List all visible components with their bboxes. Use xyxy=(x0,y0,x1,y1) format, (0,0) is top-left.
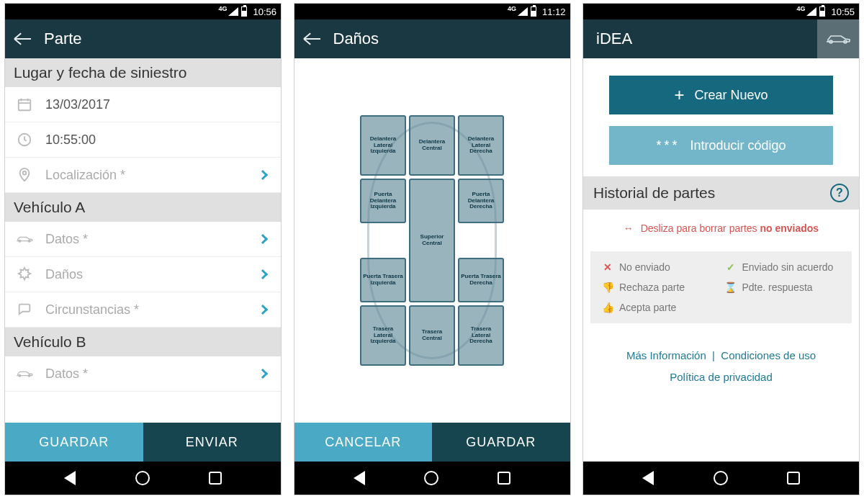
location-label: Localización * xyxy=(45,168,248,183)
damage-content: Delantera Lateral Izquierda Delantera Ce… xyxy=(294,58,570,423)
create-new-button[interactable]: + Crear Nuevo xyxy=(609,76,833,114)
date-value: 13/03/2017 xyxy=(45,97,271,112)
nav-back-icon[interactable] xyxy=(642,471,654,485)
row-date[interactable]: 13/03/2017 xyxy=(5,87,281,122)
zone-door-front-left[interactable]: Puerta Delantera Izquierda xyxy=(360,179,406,223)
chevron-right-icon xyxy=(258,305,268,315)
zone-front-right[interactable]: Delantera Lateral Derecha xyxy=(458,115,504,176)
save-button[interactable]: GUARDAR xyxy=(432,423,570,462)
chevron-right-icon xyxy=(258,170,268,180)
row-veha-datos[interactable]: Datos * xyxy=(5,222,281,257)
zone-rear-center[interactable]: Trasera Central xyxy=(409,305,455,366)
legend-acepta: 👍Acepta parte xyxy=(602,302,718,313)
car-icon xyxy=(825,33,851,45)
nav-back-icon[interactable] xyxy=(354,471,365,485)
link-conditions[interactable]: Condiciones de uso xyxy=(721,349,816,361)
phone-screen-parte: 4G 10:56 Parte Lugar y fecha de siniestr… xyxy=(4,3,282,495)
zone-top-center[interactable]: Superior Central xyxy=(409,179,455,302)
car-icon xyxy=(15,234,34,244)
footer-buttons: CANCELAR GUARDAR xyxy=(294,423,570,462)
check-icon: ✓ xyxy=(725,261,737,273)
zone-door-front-right[interactable]: Puerta Delantera Derecha xyxy=(458,179,504,223)
link-privacy[interactable]: Política de privacidad xyxy=(670,371,773,383)
footer-buttons: GUARDAR ENVIAR xyxy=(5,423,281,462)
save-button[interactable]: GUARDAR xyxy=(5,423,143,462)
clock-icon xyxy=(15,132,34,148)
thumbs-down-icon: 👎 xyxy=(602,282,613,293)
create-new-label: Crear Nuevo xyxy=(694,88,768,103)
back-arrow-icon[interactable] xyxy=(15,38,31,40)
swipe-hint-bold: no enviados xyxy=(760,222,819,234)
thumbs-up-icon: 👍 xyxy=(602,302,613,313)
signal-icon xyxy=(518,7,528,16)
cancel-button[interactable]: CANCELAR xyxy=(294,423,433,462)
network-4g-icon: 4G xyxy=(796,5,805,12)
nav-home-icon[interactable] xyxy=(135,471,150,485)
signal-icon xyxy=(806,7,816,16)
signal-icon xyxy=(228,7,238,16)
link-more-info[interactable]: Más Información xyxy=(626,349,706,361)
row-veha-circ[interactable]: Circunstancias * xyxy=(5,292,281,328)
nav-home-icon[interactable] xyxy=(424,471,438,485)
app-header: Parte xyxy=(5,19,281,58)
home-header: iDEA xyxy=(583,19,859,58)
help-icon[interactable]: ? xyxy=(830,184,849,202)
section-veha-title: Vehículo A xyxy=(5,193,281,222)
car-icon xyxy=(15,369,34,379)
hourglass-icon: ⌛ xyxy=(725,282,737,293)
status-bar: 4G 11:12 xyxy=(294,4,570,19)
nav-recent-icon[interactable] xyxy=(209,472,222,485)
damage-zone-grid: Delantera Lateral Izquierda Delantera Ce… xyxy=(360,115,504,366)
phone-screen-home: 4G 10:55 iDEA + Crear Nuevo *** Introduc… xyxy=(582,3,860,495)
status-time: 11:12 xyxy=(542,6,566,17)
enter-code-label: Introducir código xyxy=(690,138,786,153)
battery-icon xyxy=(531,6,536,17)
nav-back-icon[interactable] xyxy=(64,471,76,485)
plus-icon: + xyxy=(674,85,684,105)
row-veha-danos[interactable]: Daños xyxy=(5,257,281,292)
section-vehb-title: Vehículo B xyxy=(5,328,281,356)
app-title: iDEA xyxy=(596,30,632,48)
row-time[interactable]: 10:55:00 xyxy=(5,122,281,158)
zone-rear-right[interactable]: Trasera Lateral Derecha xyxy=(458,305,504,366)
android-nav-bar xyxy=(294,462,570,495)
android-nav-bar xyxy=(5,462,281,495)
zone-front-left[interactable]: Delantera Lateral Izquierda xyxy=(360,115,406,176)
zone-front-center[interactable]: Delantera Central xyxy=(409,115,455,176)
history-header: Historial de partes ? xyxy=(583,176,859,210)
legend-rechaza: 👎Rechaza parte xyxy=(602,282,718,293)
damage-icon xyxy=(15,266,34,282)
zone-door-rear-right[interactable]: Puerta Trasera Derecha xyxy=(458,258,504,302)
svg-rect-0 xyxy=(19,100,31,111)
calendar-icon xyxy=(15,96,34,112)
zone-door-rear-left[interactable]: Puerta Trasera Izquierda xyxy=(360,258,406,302)
car-damage-selector: Delantera Lateral Izquierda Delantera Ce… xyxy=(294,58,570,423)
zone-rear-left[interactable]: Trasera Lateral Izquierda xyxy=(360,305,406,366)
asterisks-icon: *** xyxy=(656,138,680,153)
nav-recent-icon[interactable] xyxy=(498,472,510,485)
swipe-arrows-icon: ↔ xyxy=(624,222,634,234)
send-button[interactable]: ENVIAR xyxy=(143,423,282,462)
vehb-datos-label: Datos * xyxy=(45,366,248,382)
primary-actions: + Crear Nuevo *** Introducir código xyxy=(583,58,859,174)
vehicle-button[interactable] xyxy=(817,19,859,58)
status-time: 10:56 xyxy=(253,6,276,17)
row-vehb-datos[interactable]: Datos * xyxy=(5,356,281,392)
nav-home-icon[interactable] xyxy=(714,471,728,485)
network-4g-icon: 4G xyxy=(218,5,227,12)
row-location[interactable]: Localización * xyxy=(5,158,281,193)
chevron-right-icon xyxy=(258,369,268,379)
status-bar: 4G 10:55 xyxy=(583,4,859,19)
back-arrow-icon[interactable] xyxy=(305,38,320,40)
enter-code-button[interactable]: *** Introducir código xyxy=(609,126,833,165)
history-title: Historial de partes xyxy=(593,184,715,202)
nav-recent-icon[interactable] xyxy=(787,472,800,485)
header-title: Daños xyxy=(333,30,379,48)
swipe-hint-text: Desliza para borrar partes xyxy=(641,222,760,234)
legend-enviado: ✓Enviado sin acuerdo xyxy=(725,261,841,273)
legend-pdte: ⌛Pdte. respuesta xyxy=(725,282,841,293)
section-lugar-title: Lugar y fecha de siniestro xyxy=(5,58,281,87)
location-icon xyxy=(15,167,34,183)
veha-datos-label: Datos * xyxy=(45,232,248,247)
chevron-right-icon xyxy=(258,269,268,279)
